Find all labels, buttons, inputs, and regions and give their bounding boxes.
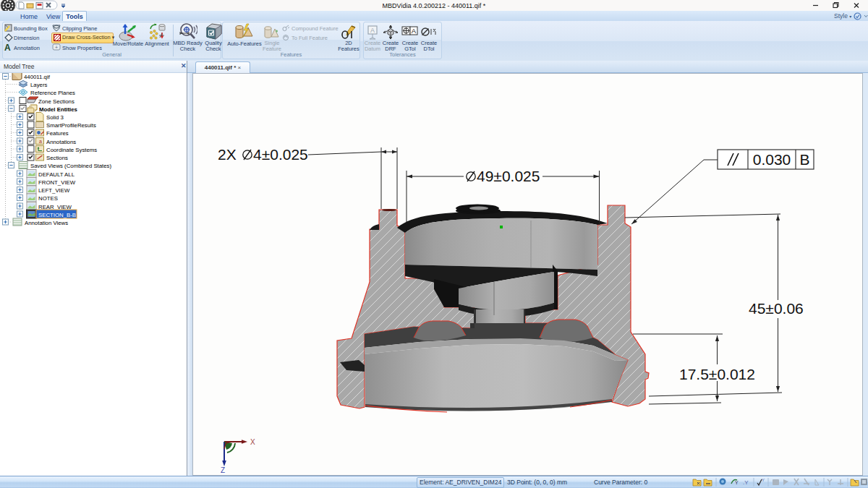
svg-text:49±0.025: 49±0.025 [477, 168, 540, 184]
svg-text:SmartProfileResults: SmartProfileResults [46, 122, 96, 129]
svg-text:0.030: 0.030 [753, 151, 791, 168]
svg-text:A: A [370, 27, 375, 34]
svg-text:Y: Y [735, 480, 739, 485]
svg-text:Annotation Views: Annotation Views [25, 220, 68, 226]
svg-text:Model Entities: Model Entities [39, 106, 78, 113]
svg-text:Sections: Sections [46, 155, 68, 161]
svg-text:A: A [412, 27, 417, 35]
svg-text:+: + [55, 45, 58, 50]
svg-text:FRONT_VIEW: FRONT_VIEW [38, 179, 76, 186]
svg-text:Y: Y [762, 478, 765, 482]
svg-text:17.5±0.012: 17.5±0.012 [679, 366, 755, 382]
svg-text:Z: Z [221, 466, 225, 474]
svg-text:SECTION_B-B: SECTION_B-B [38, 212, 76, 218]
svg-text:LEFT_VIEW: LEFT_VIEW [38, 187, 70, 194]
svg-text:Solid 3: Solid 3 [46, 114, 64, 121]
svg-text:B: B [799, 151, 809, 168]
svg-text:.Y: .Y [743, 479, 749, 486]
svg-text:Coordinate Systems: Coordinate Systems [46, 147, 97, 153]
svg-text:Zone Sections: Zone Sections [38, 98, 75, 105]
svg-text:NOTES: NOTES [38, 195, 58, 202]
svg-text:X: X [250, 438, 255, 446]
svg-text:a: a [39, 139, 42, 144]
svg-text:Reference Planes: Reference Planes [30, 90, 75, 96]
svg-text:440011.qif: 440011.qif [24, 74, 51, 80]
svg-text:2X: 2X [218, 146, 237, 163]
svg-text:45±0.06: 45±0.06 [749, 300, 804, 317]
svg-text:Saved Views (Combined States): Saved Views (Combined States) [30, 163, 112, 169]
svg-text:Layers: Layers [30, 82, 48, 88]
svg-text:Features: Features [46, 130, 69, 137]
svg-text:DEFAULT ALL: DEFAULT ALL [38, 171, 75, 178]
svg-text:Annotations: Annotations [46, 139, 76, 145]
svg-text:4±0.025: 4±0.025 [253, 146, 308, 163]
